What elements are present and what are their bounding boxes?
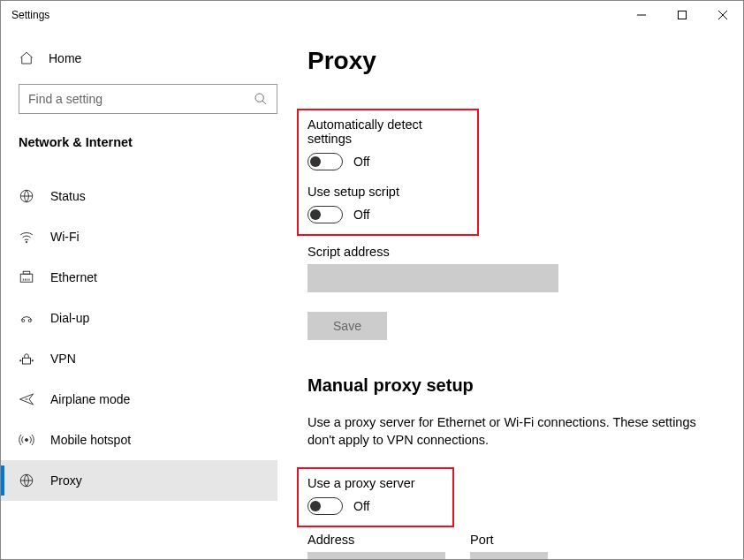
dialup-icon — [19, 310, 34, 326]
search-placeholder: Find a setting — [28, 92, 102, 106]
home-icon — [19, 50, 34, 66]
titlebar: Settings — [1, 1, 743, 29]
sidebar-item-ethernet[interactable]: Ethernet — [1, 257, 277, 298]
address-label: Address — [307, 533, 445, 547]
system-buttons — [621, 1, 743, 29]
manual-description: Use a proxy server for Ethernet or Wi-Fi… — [307, 413, 696, 450]
svg-point-19 — [26, 439, 28, 442]
sidebar: Home Find a setting Network & Internet S… — [1, 29, 295, 559]
ethernet-icon — [19, 269, 34, 285]
highlight-box-proxy: Use a proxy server Off — [297, 467, 454, 527]
home-label: Home — [49, 51, 81, 65]
sidebar-item-dialup[interactable]: Dial-up — [1, 298, 277, 338]
svg-point-17 — [20, 360, 22, 362]
svg-point-18 — [32, 360, 34, 362]
svg-rect-8 — [20, 274, 33, 282]
address-input[interactable] — [307, 552, 445, 559]
home-link[interactable]: Home — [19, 50, 277, 66]
setup-script-toggle[interactable] — [307, 206, 343, 223]
sidebar-category: Network & Internet — [19, 135, 277, 149]
sidebar-item-vpn[interactable]: VPN — [1, 338, 277, 379]
hotspot-icon — [19, 432, 34, 448]
svg-point-7 — [26, 241, 27, 243]
maximize-button[interactable] — [662, 1, 702, 29]
svg-point-14 — [22, 320, 25, 322]
svg-line-5 — [262, 101, 266, 104]
use-proxy-state: Off — [353, 499, 369, 513]
auto-detect-toggle[interactable] — [307, 153, 343, 170]
sidebar-item-label: Proxy — [50, 473, 82, 488]
status-icon — [19, 188, 34, 204]
sidebar-item-label: Airplane mode — [50, 392, 130, 406]
proxy-icon — [19, 473, 34, 488]
sidebar-item-hotspot[interactable]: Mobile hotspot — [1, 420, 277, 460]
svg-rect-1 — [679, 11, 687, 19]
svg-point-15 — [28, 320, 31, 322]
sidebar-item-airplane[interactable]: Airplane mode — [1, 379, 277, 420]
port-column: Port — [470, 533, 548, 559]
use-proxy-toggle[interactable] — [307, 497, 343, 515]
setup-script-label: Use setup script — [307, 185, 468, 199]
auto-detect-state: Off — [353, 155, 369, 169]
auto-detect-label: Automatically detect settings — [307, 117, 468, 146]
page-title: Proxy — [307, 47, 708, 75]
airplane-icon — [19, 391, 34, 407]
port-input[interactable] — [470, 552, 548, 559]
sidebar-item-label: VPN — [50, 352, 76, 366]
sidebar-item-label: Mobile hotspot — [50, 433, 131, 447]
sidebar-item-label: Status — [50, 189, 86, 203]
sidebar-item-proxy[interactable]: Proxy — [1, 460, 277, 501]
svg-rect-9 — [23, 271, 30, 274]
wifi-icon — [19, 229, 34, 245]
svg-point-4 — [255, 94, 263, 102]
sidebar-item-label: Dial-up — [50, 311, 89, 325]
address-column: Address — [307, 533, 445, 559]
sidebar-item-label: Wi-Fi — [50, 230, 80, 244]
sidebar-item-label: Ethernet — [50, 270, 97, 284]
vpn-icon — [19, 351, 34, 367]
use-proxy-label: Use a proxy server — [307, 476, 444, 490]
sidebar-item-wifi[interactable]: Wi-Fi — [1, 216, 277, 257]
window-title: Settings — [11, 9, 49, 21]
script-address-input[interactable] — [307, 264, 558, 292]
minimize-button[interactable] — [621, 1, 662, 29]
save-button[interactable]: Save — [307, 312, 387, 340]
port-label: Port — [470, 533, 548, 547]
script-address-label: Script address — [307, 245, 708, 259]
search-input[interactable]: Find a setting — [19, 84, 277, 114]
highlight-box-auto: Automatically detect settings Off Use se… — [297, 109, 479, 236]
search-icon — [254, 92, 268, 106]
setup-script-state: Off — [353, 208, 369, 222]
svg-rect-16 — [23, 358, 31, 364]
sidebar-item-status[interactable]: Status — [1, 176, 277, 216]
close-button[interactable] — [702, 1, 743, 29]
main-panel: Proxy Automatically detect settings Off … — [295, 29, 743, 559]
manual-heading: Manual proxy setup — [307, 375, 708, 396]
